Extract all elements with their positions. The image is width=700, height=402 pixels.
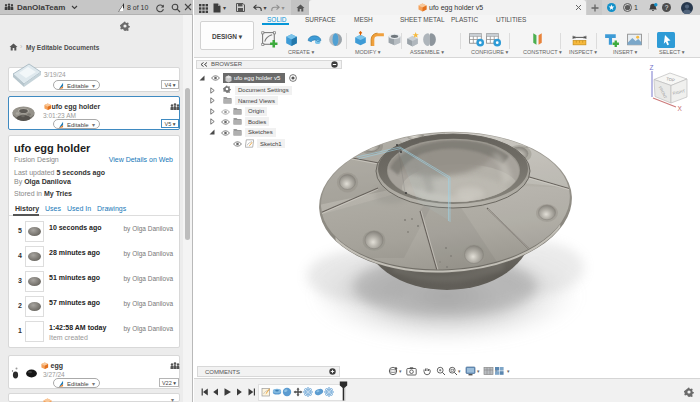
svg-text:X: X <box>678 105 683 112</box>
svg-text:?: ? <box>665 4 669 11</box>
svg-text:Z: Z <box>650 64 654 71</box>
